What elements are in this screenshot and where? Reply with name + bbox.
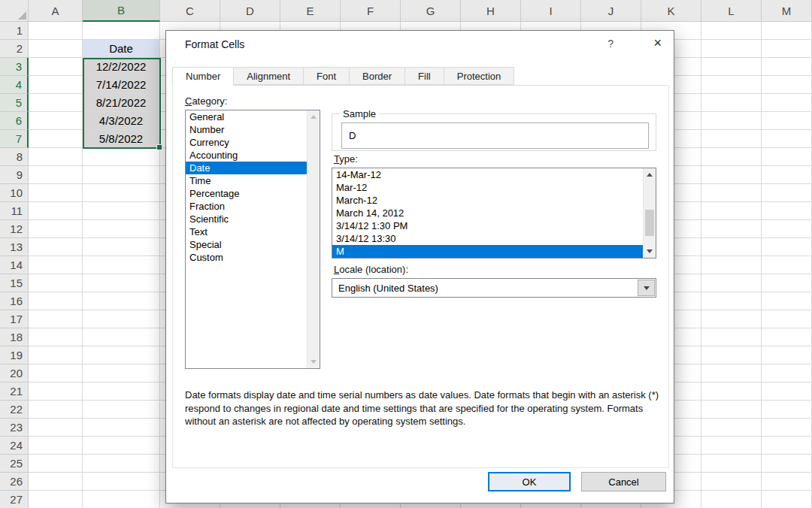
close-icon[interactable]: × bbox=[653, 35, 662, 50]
cell-L22[interactable] bbox=[701, 401, 762, 419]
row-header-20[interactable]: 20 bbox=[0, 364, 29, 383]
cell-M9[interactable] bbox=[762, 166, 812, 184]
cell-M4[interactable] bbox=[762, 76, 812, 94]
cell-A4[interactable] bbox=[29, 76, 83, 94]
row-header-9[interactable]: 9 bbox=[0, 166, 29, 184]
cell-B8[interactable] bbox=[83, 148, 160, 166]
row-header-23[interactable]: 23 bbox=[0, 419, 29, 437]
cell-A15[interactable] bbox=[29, 274, 83, 292]
row-header-1[interactable]: 1 bbox=[0, 22, 29, 40]
cell-A26[interactable] bbox=[29, 473, 83, 491]
tab-number[interactable]: Number bbox=[172, 67, 234, 86]
type-item[interactable]: March 14, 2012 bbox=[332, 207, 643, 219]
cell-B6[interactable]: 4/3/2022 bbox=[83, 112, 160, 130]
cell-L1[interactable] bbox=[701, 22, 762, 40]
cell-A9[interactable] bbox=[29, 166, 83, 184]
row-header-7[interactable]: 7 bbox=[0, 130, 29, 148]
cell-A1[interactable] bbox=[29, 22, 83, 40]
locale-dropdown[interactable]: English (United States) bbox=[332, 278, 656, 298]
category-item-special[interactable]: Special bbox=[186, 238, 307, 251]
cell-M7[interactable] bbox=[762, 130, 812, 148]
cell-A27[interactable] bbox=[29, 491, 83, 508]
scrollbar-thumb[interactable] bbox=[645, 210, 654, 236]
row-header-6[interactable]: 6 bbox=[0, 112, 29, 130]
type-scrollbar[interactable] bbox=[643, 168, 656, 258]
cell-L7[interactable] bbox=[701, 130, 762, 148]
cell-L6[interactable] bbox=[701, 112, 762, 130]
row-header-16[interactable]: 16 bbox=[0, 292, 29, 310]
select-all-corner[interactable] bbox=[0, 0, 29, 22]
cell-A20[interactable] bbox=[29, 364, 83, 383]
cell-B5[interactable]: 8/21/2022 bbox=[83, 94, 160, 112]
cell-A16[interactable] bbox=[29, 292, 83, 310]
column-header-M[interactable]: M bbox=[762, 0, 812, 22]
cell-B19[interactable] bbox=[83, 346, 160, 364]
cell-M16[interactable] bbox=[762, 292, 812, 310]
cell-L8[interactable] bbox=[701, 148, 762, 166]
cell-M8[interactable] bbox=[762, 148, 812, 166]
cell-A21[interactable] bbox=[29, 383, 83, 401]
type-item[interactable]: 3/14/12 13:30 bbox=[332, 232, 643, 245]
tab-border[interactable]: Border bbox=[350, 67, 405, 85]
cell-M22[interactable] bbox=[762, 401, 812, 419]
cell-L24[interactable] bbox=[701, 437, 762, 455]
cell-M12[interactable] bbox=[762, 220, 812, 238]
cell-M24[interactable] bbox=[762, 437, 812, 455]
cell-B22[interactable] bbox=[83, 401, 160, 419]
tab-font[interactable]: Font bbox=[304, 67, 350, 85]
cell-B3[interactable]: 12/2/2022 bbox=[83, 58, 160, 76]
category-scrollbar[interactable] bbox=[307, 110, 320, 368]
cell-B16[interactable] bbox=[83, 292, 160, 310]
cell-M26[interactable] bbox=[762, 473, 812, 491]
cell-M6[interactable] bbox=[762, 112, 812, 130]
row-header-12[interactable]: 12 bbox=[0, 220, 29, 238]
cell-L17[interactable] bbox=[701, 310, 762, 328]
scroll-down-icon[interactable] bbox=[308, 355, 320, 368]
cell-B23[interactable] bbox=[83, 419, 160, 437]
cell-M17[interactable] bbox=[762, 310, 812, 328]
category-item-percentage[interactable]: Percentage bbox=[186, 187, 307, 200]
tab-protection[interactable]: Protection bbox=[444, 67, 515, 85]
row-header-13[interactable]: 13 bbox=[0, 238, 29, 256]
cell-A3[interactable] bbox=[29, 58, 83, 76]
cell-M15[interactable] bbox=[762, 274, 812, 292]
cell-M21[interactable] bbox=[762, 383, 812, 401]
cell-A12[interactable] bbox=[29, 220, 83, 238]
scroll-down-icon[interactable] bbox=[644, 245, 656, 258]
cell-A17[interactable] bbox=[29, 310, 83, 328]
cell-B14[interactable] bbox=[83, 256, 160, 274]
tab-alignment[interactable]: Alignment bbox=[234, 67, 304, 85]
cell-B4[interactable]: 7/14/2022 bbox=[83, 76, 160, 94]
category-item-date[interactable]: Date bbox=[186, 162, 307, 174]
cell-L4[interactable] bbox=[701, 76, 762, 94]
category-item-currency[interactable]: Currency bbox=[186, 136, 307, 149]
row-header-15[interactable]: 15 bbox=[0, 274, 29, 292]
cell-L5[interactable] bbox=[701, 94, 762, 112]
column-header-E[interactable]: E bbox=[280, 0, 341, 22]
cell-B27[interactable] bbox=[83, 491, 160, 508]
tab-fill[interactable]: Fill bbox=[405, 67, 444, 85]
cell-B2[interactable]: Date bbox=[83, 40, 160, 58]
cell-B12[interactable] bbox=[83, 220, 160, 238]
cell-M25[interactable] bbox=[762, 455, 812, 473]
cell-A10[interactable] bbox=[29, 184, 83, 202]
cell-B13[interactable] bbox=[83, 238, 160, 256]
category-item-custom[interactable]: Custom bbox=[186, 251, 307, 264]
cell-B11[interactable] bbox=[83, 202, 160, 220]
row-header-2[interactable]: 2 bbox=[0, 40, 29, 58]
cell-M10[interactable] bbox=[762, 184, 812, 202]
type-item[interactable]: Mar-12 bbox=[332, 181, 643, 194]
cell-B17[interactable] bbox=[83, 310, 160, 328]
row-header-25[interactable]: 25 bbox=[0, 455, 29, 473]
type-item[interactable]: M bbox=[332, 245, 643, 258]
cell-L19[interactable] bbox=[701, 346, 762, 364]
row-header-17[interactable]: 17 bbox=[0, 310, 29, 328]
cell-L27[interactable] bbox=[701, 491, 762, 508]
cell-L14[interactable] bbox=[701, 256, 762, 274]
ok-button[interactable]: OK bbox=[488, 472, 571, 491]
cell-M5[interactable] bbox=[762, 94, 812, 112]
category-item-fraction[interactable]: Fraction bbox=[186, 200, 307, 213]
cell-B26[interactable] bbox=[83, 473, 160, 491]
row-header-18[interactable]: 18 bbox=[0, 328, 29, 346]
column-header-K[interactable]: K bbox=[641, 0, 701, 22]
